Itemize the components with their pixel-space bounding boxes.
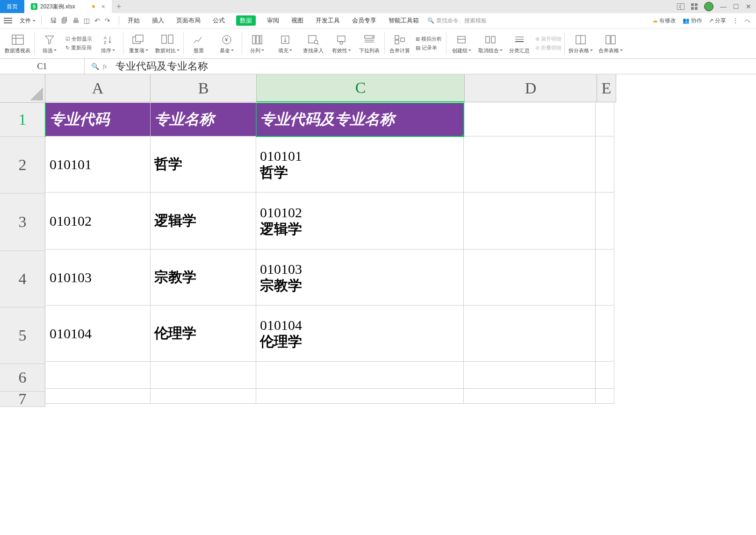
cell-E7[interactable] <box>596 389 614 404</box>
tab-add[interactable]: + <box>112 0 126 13</box>
row-header-1[interactable]: 1 <box>0 103 46 137</box>
window-minimize-icon[interactable]: — <box>720 3 727 10</box>
cell-A2[interactable]: 010101 <box>46 136 151 193</box>
ungroup-button[interactable]: 取消组合 <box>475 29 505 57</box>
cell-D7[interactable] <box>464 389 596 404</box>
split-sheet-button[interactable]: 拆分表格 <box>566 29 596 57</box>
menu-数据[interactable]: 数据 <box>236 15 256 26</box>
menu-页面布局[interactable]: 页面布局 <box>175 15 202 26</box>
cell-B2[interactable]: 哲学 <box>151 136 256 193</box>
row-header-7[interactable]: 7 <box>0 392 45 407</box>
cell-D2[interactable] <box>464 136 596 193</box>
command-search[interactable]: 🔍 查找命令、搜索模板 <box>427 17 487 25</box>
cell-B7[interactable] <box>151 389 256 404</box>
filter-button[interactable]: 筛选 <box>36 29 64 57</box>
dropdown-list-button[interactable]: 下拉列表 <box>355 29 383 57</box>
row-header-5[interactable]: 5 <box>0 307 45 364</box>
zoom-icon[interactable]: 🔍 <box>91 63 99 70</box>
cell-C6[interactable] <box>256 362 464 389</box>
print-preview-icon[interactable]: ◫ <box>84 17 90 24</box>
cell-C3[interactable]: 010102逻辑学 <box>256 193 464 250</box>
row-header-6[interactable]: 6 <box>0 364 45 392</box>
save-as-icon[interactable]: 🗐 <box>61 17 68 24</box>
cells-area[interactable]: 专业代码专业名称专业代码及专业名称010101哲学010101哲学010102逻… <box>46 103 614 535</box>
cell-A7[interactable] <box>46 389 151 404</box>
menu-公式[interactable]: 公式 <box>212 15 226 26</box>
window-maximize-icon[interactable]: ☐ <box>733 3 739 10</box>
cell-B4[interactable]: 宗教学 <box>151 250 256 306</box>
reapply-button[interactable]: ↻ 重新应用 <box>65 44 92 51</box>
cell-D6[interactable] <box>464 362 596 389</box>
window-close-icon[interactable]: ✕ <box>746 3 751 10</box>
row-header-3[interactable]: 3 <box>0 193 45 251</box>
share-button[interactable]: ↗分享 <box>709 17 726 25</box>
cell-E2[interactable] <box>596 136 614 193</box>
menu-视图[interactable]: 视图 <box>290 15 304 26</box>
sort-button[interactable]: AZ 排序 <box>94 29 122 57</box>
cell-D4[interactable] <box>464 250 596 306</box>
cell-A3[interactable]: 010102 <box>46 193 151 250</box>
stock-button[interactable]: 股票 <box>185 29 213 57</box>
apps-icon[interactable] <box>691 3 698 10</box>
cell-A6[interactable] <box>46 362 151 389</box>
ribbon-toggle-icon[interactable]: へ <box>745 17 750 25</box>
menu-file[interactable]: 文件 <box>15 16 36 26</box>
cell-B1[interactable]: 专业名称 <box>151 103 256 136</box>
menu-开发工具[interactable]: 开发工具 <box>315 15 341 26</box>
simulate-button[interactable]: ⊞ 模拟分析 <box>416 36 443 43</box>
merge-sheet-button[interactable]: 合并表格 <box>596 29 626 57</box>
layout-icon[interactable]: 1 <box>677 3 684 10</box>
more-icon[interactable]: ⋮ <box>733 17 738 24</box>
text-to-columns-button[interactable]: 分列 <box>243 29 271 57</box>
cell-C1[interactable]: 专业代码及专业名称 <box>256 103 464 136</box>
save-icon[interactable]: 🖫 <box>50 17 57 24</box>
cell-C2[interactable]: 010101哲学 <box>256 136 464 193</box>
cell-B5[interactable]: 伦理学 <box>151 306 256 362</box>
cell-C7[interactable] <box>256 389 464 404</box>
menu-审阅[interactable]: 审阅 <box>266 15 280 26</box>
column-header-C[interactable]: C <box>257 74 465 102</box>
cell-A1[interactable]: 专业代码 <box>46 103 151 136</box>
cell-E5[interactable] <box>596 306 614 362</box>
duplicates-button[interactable]: 重复项 <box>124 29 152 57</box>
pending-changes[interactable]: ☁有修改 <box>652 17 676 25</box>
fill-button[interactable]: 填充 <box>271 29 299 57</box>
menu-开始[interactable]: 开始 <box>127 15 141 26</box>
cell-D3[interactable] <box>464 193 596 250</box>
cell-D5[interactable] <box>464 306 596 362</box>
tab-close-icon[interactable]: × <box>101 3 105 10</box>
validity-button[interactable]: 有效性 <box>327 29 355 57</box>
tab-file-active[interactable]: S 2023案例.xlsx × <box>24 0 112 13</box>
row-header-2[interactable]: 2 <box>0 137 45 193</box>
cell-C4[interactable]: 010103宗教学 <box>256 250 464 306</box>
undo-icon[interactable]: ↶ <box>94 17 100 24</box>
cell-C5[interactable]: 010104伦理学 <box>256 306 464 362</box>
fx-icon[interactable]: fx <box>103 63 107 70</box>
row-header-4[interactable]: 4 <box>0 251 45 307</box>
consolidate-button[interactable]: 合并计算 <box>386 29 414 57</box>
hamburger-icon[interactable] <box>3 18 13 23</box>
data-form-button[interactable]: ▤ 记录单 <box>416 44 443 51</box>
cell-E4[interactable] <box>596 250 614 306</box>
column-header-A[interactable]: A <box>45 74 151 102</box>
menu-智能工具箱[interactable]: 智能工具箱 <box>388 15 420 26</box>
select-all-corner[interactable] <box>0 74 45 103</box>
cell-B6[interactable] <box>151 362 256 389</box>
cell-B3[interactable]: 逻辑学 <box>151 193 256 250</box>
formula-input[interactable]: 专业代码及专业名称 <box>114 59 756 73</box>
redo-icon[interactable]: ↷ <box>105 17 110 24</box>
print-icon[interactable]: 🖶 <box>72 17 79 24</box>
subtotal-button[interactable]: 分类汇总 <box>505 29 533 57</box>
menu-会员专享[interactable]: 会员专享 <box>351 15 377 26</box>
cell-E3[interactable] <box>596 193 614 250</box>
cell-E6[interactable] <box>596 362 614 389</box>
fund-button[interactable]: ¥ 基金 <box>213 29 241 57</box>
user-avatar[interactable] <box>704 2 713 11</box>
cell-D1[interactable] <box>464 103 596 136</box>
pivot-table-button[interactable]: 数据透视表 <box>2 29 33 57</box>
tab-home[interactable]: 首页 <box>0 0 24 13</box>
data-compare-button[interactable]: 数据对比 <box>152 29 182 57</box>
cell-E1[interactable] <box>596 103 614 136</box>
cell-A4[interactable]: 010103 <box>46 250 151 306</box>
column-header-B[interactable]: B <box>151 74 257 102</box>
